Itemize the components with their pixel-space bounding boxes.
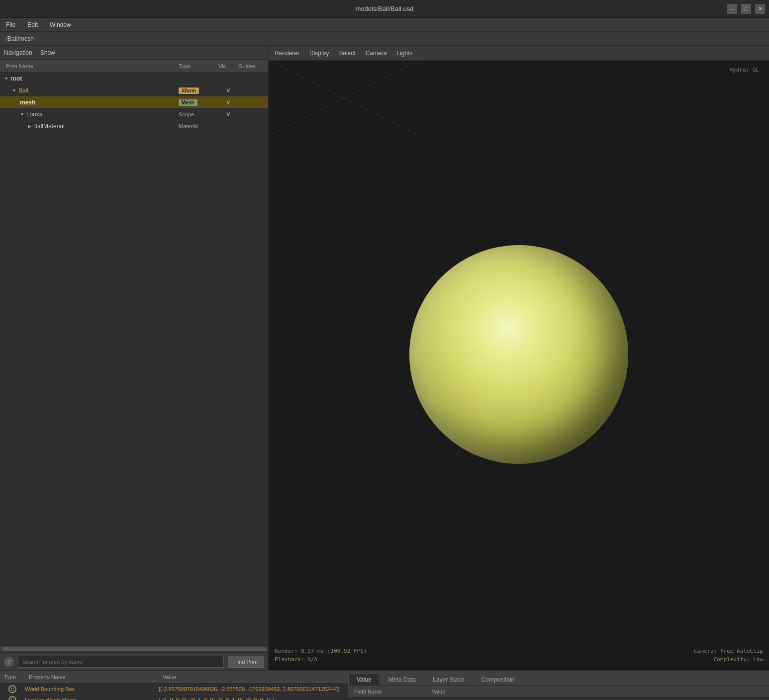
svg-line-0 [269, 61, 418, 135]
col-type-header: Type [0, 674, 25, 680]
prim-name-ball: Ball [18, 87, 28, 94]
meta-header: Field Name Value [348, 686, 769, 698]
playback-info: Playback: N/A [275, 655, 367, 664]
prop-row-wbb[interactable]: C World Bounding Box [(-2.85750079154968… [0, 684, 348, 695]
breadcrumb: /Ball/mesh [0, 32, 769, 46]
prop-value-ltw: ( (1, 0, 0, 0), (0, 1, 0, 0), (0, 0, 1, … [159, 697, 348, 700]
title-bar: models/Ball/Ball.usd ─ □ ✕ [0, 0, 769, 18]
nav-button[interactable]: Navigation [4, 49, 32, 56]
type-ballmat: Material [179, 123, 218, 129]
type-scope: Scope [179, 111, 194, 117]
lights-menu[interactable]: Lights [396, 50, 412, 57]
metadata-tabs: Value Meta Data Layer Stack Composition [348, 671, 769, 686]
prop-value-wbb: [(-2.8575007915496826, -2.857500...07629… [159, 686, 348, 692]
camera-menu[interactable]: Camera [366, 50, 387, 57]
menu-edit[interactable]: Edit [25, 20, 40, 29]
col-prim-name: Prim Name [0, 63, 179, 69]
tab-meta-data[interactable]: Meta Data [380, 674, 424, 685]
type-badge-mesh: Mesh [179, 99, 197, 106]
bottom-section: Type Property Name Value C World Boundin… [0, 670, 769, 700]
sphere-object [409, 245, 628, 464]
prim-help-button[interactable]: ? [4, 657, 14, 667]
props-list: C World Bounding Box [(-2.85750079154968… [0, 684, 348, 700]
right-panel: Renderer Display Select Camera Lights Hy… [269, 46, 769, 670]
hydra-label: Hydra: GL [729, 67, 759, 73]
prop-type-wbb: C [0, 685, 25, 693]
tree-row-mesh[interactable]: mesh Mesh V [0, 96, 268, 108]
viewport-crosshair [269, 61, 418, 135]
tab-layer-stack[interactable]: Layer Stack [424, 674, 473, 685]
expand-icon-root: ▼ [4, 76, 8, 81]
prop-name-ltw: Local to World Xform [25, 697, 159, 700]
breadcrumb-path: /Ball/mesh [6, 35, 34, 42]
menu-bar: File Edit Window [0, 18, 769, 32]
menu-file[interactable]: File [4, 20, 17, 29]
complexity-info: Complexity: Low [694, 655, 763, 664]
col-field-header: Field Name [348, 689, 428, 695]
col-vis: Vis [218, 63, 238, 69]
display-menu[interactable]: Display [309, 50, 329, 57]
viewport-toolbar: Renderer Display Select Camera Lights [269, 46, 769, 61]
type-badge-xform: Xform [179, 88, 199, 94]
ball-sphere [409, 245, 628, 464]
maximize-button[interactable]: □ [741, 4, 751, 14]
viewport[interactable]: Hydra: GL Render: 9.97 ms (100.92 FPS) P… [269, 61, 769, 670]
prim-name-mesh: mesh [20, 99, 35, 106]
menu-window[interactable]: Window [48, 20, 73, 29]
col-type: Type [179, 63, 218, 69]
show-button[interactable]: Show [40, 49, 55, 56]
camera-info: Camera: Free AutoClip [694, 647, 763, 656]
viewport-info-bottom-left: Render: 9.97 ms (100.92 FPS) Playback: N… [275, 647, 367, 664]
prim-find-bar: ? Find Prim [0, 652, 268, 670]
prim-name-ballmat: BallMaterial [33, 123, 65, 130]
props-panel: Type Property Name Value C World Boundin… [0, 671, 348, 700]
col-name-header: Property Name [25, 674, 159, 680]
find-prim-button[interactable]: Find Prim [228, 656, 264, 668]
viewport-info-bottom-right: Camera: Free AutoClip Complexity: Low [694, 647, 763, 664]
col-value-header: Value [159, 674, 348, 680]
vis-v-looks: V [226, 111, 230, 117]
prop-name-wbb: World Bounding Box [25, 686, 159, 692]
type-mesh: Mesh [179, 99, 218, 105]
tree-row-looks[interactable]: ▼ Looks Scope V [0, 108, 268, 120]
tab-value[interactable]: Value [348, 674, 380, 685]
expand-icon-ballmat: ▶ [28, 124, 31, 129]
prim-search-input[interactable] [18, 656, 224, 668]
tab-composition[interactable]: Composition [473, 674, 523, 685]
prim-tree-scrollbar[interactable] [2, 647, 266, 651]
col-value-header-meta: Value [428, 689, 769, 695]
prim-tree: ▼ root ▼ Ball Xform V [0, 73, 268, 646]
prim-name-looks: Looks [26, 111, 42, 118]
prim-name-root: root [10, 75, 22, 82]
col-guides: Guides [238, 63, 268, 69]
meta-row-objtype[interactable]: [object type] Prim [348, 698, 769, 700]
vis-v-mesh: V [226, 99, 230, 105]
type-ball: Xform [179, 88, 218, 93]
select-menu[interactable]: Select [339, 50, 355, 57]
vis-ball: V [218, 88, 238, 93]
prop-icon-wbb: C [8, 685, 16, 693]
metadata-panel: Value Meta Data Layer Stack Composition … [348, 671, 769, 700]
renderer-menu[interactable]: Renderer [275, 50, 299, 57]
window-title: models/Ball/Ball.usd [355, 5, 413, 12]
metadata-table: Field Name Value [object type] Prim [pat… [348, 686, 769, 700]
prim-tree-header: Prim Name Type Vis Guides [0, 60, 268, 73]
left-panel: Navigation Show Prim Name Type Vis Guide… [0, 46, 269, 670]
tree-row-root[interactable]: ▼ root [0, 73, 268, 85]
prop-row-ltw[interactable]: C Local to World Xform ( (1, 0, 0, 0), (… [0, 695, 348, 700]
prop-type-ltw: C [0, 696, 25, 700]
window-controls: ─ □ ✕ [727, 4, 765, 14]
tree-row-ballmat[interactable]: ▶ BallMaterial Material [0, 120, 268, 132]
props-header: Type Property Name Value [0, 671, 348, 684]
prop-icon-ltw: C [8, 696, 16, 700]
vis-looks: V [218, 111, 238, 117]
type-looks: Scope [179, 111, 218, 117]
expand-icon-looks: ▼ [20, 112, 24, 117]
render-info: Render: 9.97 ms (100.92 FPS) [275, 647, 367, 656]
type-material: Material [179, 123, 198, 129]
tree-row-ball[interactable]: ▼ Ball Xform V [0, 85, 268, 96]
close-button[interactable]: ✕ [755, 4, 765, 14]
minimize-button[interactable]: ─ [727, 4, 737, 14]
prim-tree-toolbar: Navigation Show [0, 46, 268, 60]
svg-line-1 [269, 61, 418, 135]
